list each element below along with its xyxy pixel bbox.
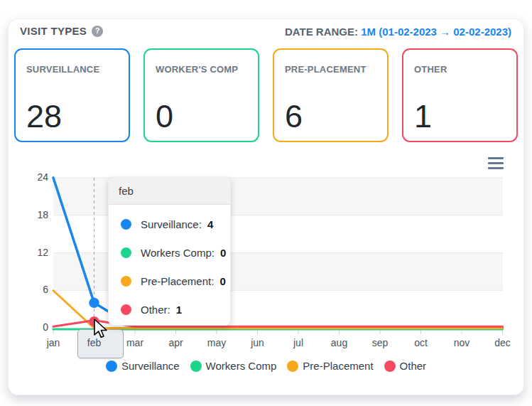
tooltip-series-value: 0: [219, 275, 225, 287]
visit-types-widget: VISIT TYPES ? DATE RANGE: 1M (01-02-2023…: [0, 0, 532, 406]
legend-marker-icon: [287, 360, 298, 372]
legend-label: Surveillance: [121, 360, 180, 372]
point-marker-surveillance[interactable]: [89, 298, 99, 308]
tooltip-title: feb: [109, 178, 230, 205]
legend-label: Workers Comp: [206, 360, 277, 372]
x-axis-label-jan: jan: [33, 337, 74, 348]
x-axis-label-jul: jul: [278, 337, 319, 348]
legend-item-pre-placement[interactable]: Pre-Placement: [287, 360, 373, 372]
tooltip-row: Workers Comp:0: [109, 238, 230, 267]
x-axis-label-oct: oct: [401, 337, 442, 348]
tooltip-series-dot-icon: [121, 247, 131, 258]
legend-marker-icon: [106, 360, 117, 372]
y-axis-label: 0: [20, 321, 48, 333]
tooltip-row: Pre-Placement:0: [109, 267, 230, 295]
tooltip-series-dot-icon: [121, 219, 131, 230]
chart-legend: SurveillanceWorkers CompPre-PlacementOth…: [8, 360, 524, 372]
legend-marker-icon: [190, 360, 202, 372]
x-axis-label-jun: jun: [237, 337, 278, 348]
tooltip-series-value: 1: [176, 304, 182, 316]
tooltip-series-dot-icon: [121, 304, 131, 315]
tooltip-series-label: Workers Comp:: [141, 247, 215, 259]
tooltip-series-label: Surveillance:: [141, 218, 202, 230]
y-axis-label: 18: [20, 209, 48, 220]
tooltip-row: Other:1: [109, 295, 230, 324]
tooltip-series-label: Other:: [141, 304, 170, 316]
mouse-cursor-icon: [93, 319, 109, 340]
x-axis-label-mar: mar: [114, 337, 156, 348]
x-axis-label-apr: apr: [156, 337, 197, 348]
x-axis-label-dec: dec: [482, 337, 523, 348]
tooltip-series-label: Pre-Placement:: [141, 275, 214, 287]
legend-item-other[interactable]: Other: [384, 360, 427, 372]
legend-label: Pre-Placement: [303, 360, 373, 372]
y-axis-label: 24: [20, 171, 48, 183]
x-axis-label-aug: aug: [319, 337, 360, 348]
y-axis-label: 12: [20, 247, 48, 258]
tooltip-series-value: 0: [220, 247, 226, 259]
tooltip-row: Surveillance:4: [109, 210, 230, 238]
tooltip-series-dot-icon: [121, 276, 131, 287]
legend-item-surveillance[interactable]: Surveillance: [106, 360, 180, 372]
x-axis-label-may: may: [196, 337, 237, 348]
x-axis-label-nov: nov: [441, 337, 482, 348]
legend-label: Other: [400, 360, 427, 372]
legend-item-workers-comp[interactable]: Workers Comp: [190, 360, 277, 372]
chart-tooltip: feb Surveillance:4Workers Comp:0Pre-Plac…: [108, 177, 231, 326]
tooltip-series-value: 4: [207, 218, 213, 230]
x-axis-label-sep: sep: [359, 337, 401, 348]
y-axis-label: 6: [20, 284, 48, 295]
legend-marker-icon: [384, 360, 396, 372]
